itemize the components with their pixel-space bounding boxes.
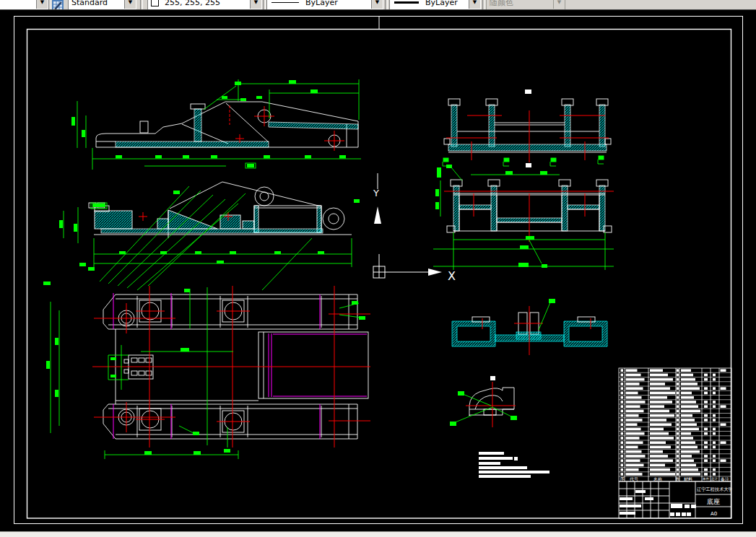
view-label-blob <box>526 163 531 167</box>
table-pencil-icon <box>52 0 64 9</box>
command-line-edge <box>0 531 756 537</box>
lineweight-combo[interactable]: ByLayer ▼ <box>389 0 481 10</box>
svg-text:备注: 备注 <box>721 476 729 482</box>
y-axis-arrow-icon <box>374 206 381 224</box>
toolbar-separator <box>482 0 485 9</box>
x-axis-label: X <box>448 269 456 283</box>
tech-notes <box>479 452 549 478</box>
drawing-canvas[interactable]: Y X <box>0 0 756 537</box>
color-value: 255, 255, 255 <box>162 0 250 7</box>
thick-line-glyph <box>394 1 419 4</box>
properties-toolbar: ▼ Standard ▼ 255, 255, 255 ▼ ByLayer <box>0 0 756 10</box>
dim-style-combo[interactable]: ▼ <box>0 0 48 10</box>
centerlines <box>92 286 370 448</box>
toolbar-separator <box>140 0 143 9</box>
thin-line-glyph <box>271 2 299 3</box>
lineweight-value: ByLayer <box>422 0 469 7</box>
chevron-down-icon[interactable]: ▼ <box>36 0 48 9</box>
x-axis-arrow-icon <box>428 268 442 276</box>
style-manager-button[interactable] <box>52 0 66 9</box>
text-style-value: Standard <box>69 0 124 7</box>
linetype-value: ByLayer <box>303 0 371 7</box>
view-side-section <box>43 182 360 290</box>
view-side-elevation <box>71 79 361 170</box>
text-style-combo[interactable]: Standard ▼ <box>68 0 136 10</box>
university-name: 辽宁工程技术大学 <box>697 486 733 492</box>
plot-style-value: 随颜色 <box>487 0 553 8</box>
svg-text:名称: 名称 <box>653 476 662 482</box>
svg-text:材料: 材料 <box>683 476 692 482</box>
svg-text:单件: 单件 <box>703 477 710 481</box>
y-axis-label: Y <box>373 188 379 198</box>
chevron-down-icon[interactable]: ▼ <box>124 0 136 9</box>
cad-window: ▼ Standard ▼ 255, 255, 255 ▼ ByLayer <box>0 0 756 537</box>
svg-text:序: 序 <box>620 476 625 481</box>
svg-text:总计: 总计 <box>711 477 718 481</box>
parts-table: 序 代号 名称 数 材料 单件 总计 备注 <box>619 368 731 482</box>
svg-text:数: 数 <box>676 476 680 481</box>
view-label-blob <box>525 90 531 94</box>
chevron-down-icon[interactable]: ▼ <box>250 0 261 9</box>
view-section-top-right <box>443 90 611 166</box>
view-cross-section-hatched <box>452 299 607 355</box>
plot-style-combo: 随颜色 ▼ <box>486 0 565 10</box>
view-label-blob <box>490 376 495 380</box>
svg-text:代号: 代号 <box>629 476 638 481</box>
linetype-combo[interactable]: ByLayer ▼ <box>266 0 383 10</box>
sheet-label: A0 <box>711 511 717 517</box>
view-section-mid-right <box>433 163 614 270</box>
color-swatch <box>151 0 159 6</box>
chevron-down-icon[interactable]: ▼ <box>469 0 480 9</box>
color-combo[interactable]: 255, 255, 255 ▼ <box>147 0 262 10</box>
parts-table-headers: 序 代号 名称 数 材料 单件 总计 备注 <box>620 476 730 482</box>
toolbar-separator <box>385 0 388 9</box>
toolbar-separator <box>263 0 266 9</box>
title-block: 辽宁工程技术大学 底座 A0 <box>619 481 733 518</box>
view-detail <box>450 376 517 427</box>
chevron-down-icon[interactable]: ▼ <box>371 0 383 9</box>
toolbar-separator <box>48 0 51 9</box>
part-name: 底座 <box>707 498 720 505</box>
chevron-down-icon: ▼ <box>553 0 565 9</box>
view-plan <box>46 286 370 459</box>
